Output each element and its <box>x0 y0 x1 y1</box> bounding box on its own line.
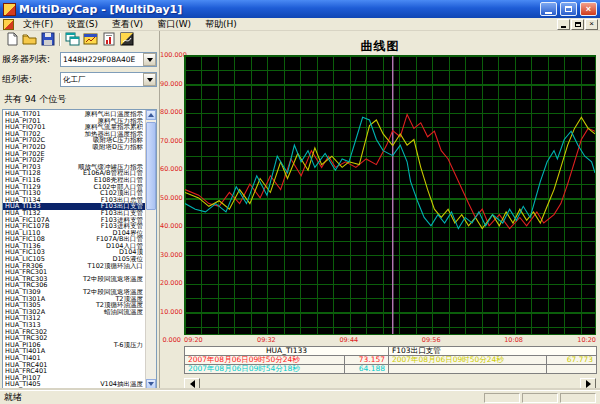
signal-desc: D104顶 <box>45 249 143 256</box>
x-tick-label: 10:20 <box>577 336 596 344</box>
new-file-button[interactable] <box>3 32 20 47</box>
signal-desc: V104抽出温度 <box>41 381 143 388</box>
cascade-windows-button[interactable] <box>64 32 81 47</box>
left-panel: 服务器列表: 1448H229F08A40E 组列表: 化工厂 共有 94 个位… <box>0 31 160 390</box>
signal-desc: 蜡油回流温度 <box>45 309 143 316</box>
menu-item-4[interactable]: 帮助(H) <box>198 18 244 31</box>
x-tick-label: 09:56 <box>422 336 441 344</box>
chart-lines-svg <box>185 56 595 334</box>
arrow-left-icon <box>190 380 195 388</box>
menu-item-0[interactable]: 文件(F) <box>16 18 60 31</box>
y-tick-label: 10.000 <box>160 308 181 316</box>
selected-tag-desc: F103出口支管 <box>389 347 597 356</box>
signal-desc: 加热器出口温度指示 <box>41 131 143 138</box>
save-button[interactable] <box>39 32 56 47</box>
horizontal-scrollbar[interactable] <box>184 377 596 390</box>
menu-item-1[interactable]: 设置(S) <box>60 18 105 31</box>
group-combobox[interactable]: 化工厂 <box>60 72 157 87</box>
app-icon <box>3 3 16 16</box>
title-bar: MultiDayCap - [MultiDay1] × <box>0 0 600 18</box>
toolbar-separator <box>59 33 61 46</box>
report-button[interactable] <box>100 32 117 47</box>
server-combobox-value: 1448H229F08A40E <box>61 55 143 64</box>
chevron-down-icon <box>147 58 153 62</box>
signal-desc: D104界位 <box>40 230 143 237</box>
group-combobox-arrow[interactable] <box>143 73 156 86</box>
toolbar <box>2 31 157 47</box>
cursor2-time: 2007年08月06日09时54分18秒 <box>185 365 345 374</box>
scroll-down-button[interactable] <box>146 379 156 389</box>
curve-style-button[interactable] <box>118 32 135 47</box>
cursor1-time: 2007年08月06日09时50分24秒 <box>185 356 345 365</box>
cursor-value-table: HUA_TI133 F103出口支管 2007年08月06日09时50分24秒 … <box>184 346 597 374</box>
signal-desc: F107A/B出口管 <box>45 236 143 243</box>
signal-desc: 顺放气缓冲罐压力指示 <box>41 164 143 171</box>
signal-list: HUA_TI701原料气出口温度指示HUA_PI701原料气压力指示HUA_FI… <box>3 110 145 389</box>
signal-desc: F103进料支管 <box>49 217 143 224</box>
chevron-down-icon <box>147 78 153 82</box>
y-tick-label: 20.000 <box>160 279 181 287</box>
signal-desc: T6入口温度 <box>41 388 143 389</box>
menu-item-3[interactable]: 窗口(W) <box>150 18 198 31</box>
plot-area[interactable] <box>184 55 596 335</box>
mdi-close-button[interactable]: × <box>585 19 598 30</box>
report-icon <box>102 32 116 46</box>
mdi-restore-button[interactable] <box>571 19 584 30</box>
restore-button[interactable] <box>560 2 577 16</box>
chart-window-button[interactable] <box>82 32 99 47</box>
arrow-up-icon <box>148 113 154 117</box>
cursor2-value2 <box>547 365 597 374</box>
close-icon: × <box>586 5 591 14</box>
server-combobox[interactable]: 1448H229F08A40E <box>60 52 157 67</box>
document-icon[interactable] <box>3 19 14 30</box>
signal-desc: D105液位 <box>45 256 143 263</box>
minimize-icon <box>545 12 552 14</box>
open-file-button[interactable] <box>21 32 38 47</box>
signal-listbox: HUA_TI701原料气出口温度指示HUA_PI701原料气压力指示HUA_FI… <box>2 109 157 390</box>
chart-title: 曲线图 <box>160 31 600 55</box>
curve-style-icon <box>120 32 134 46</box>
main-area: 服务器列表: 1448H229F08A40E 组列表: 化工厂 共有 94 个位… <box>0 31 600 390</box>
signal-desc: T-6顶压力 <box>41 342 143 349</box>
mdi-minimize-button[interactable] <box>557 19 570 30</box>
group-list-label: 组列表: <box>2 73 60 86</box>
y-tick-label: 100.000 <box>160 51 181 59</box>
y-tick-label: 50.000 <box>160 194 181 202</box>
scroll-left-button[interactable] <box>184 378 200 390</box>
selected-tag-name: HUA_TI133 <box>185 347 389 356</box>
scrollbar-track[interactable] <box>146 120 156 379</box>
signal-desc: T102顶循环油入口 <box>43 263 143 270</box>
x-tick-label: 10:08 <box>504 336 523 344</box>
signal-desc: T2中段回流返塔温度 <box>47 276 143 283</box>
scroll-right-button[interactable] <box>580 378 596 390</box>
y-tick-label: 70.000 <box>160 137 181 145</box>
signal-list-item[interactable]: HUA_TI402T6入口温度 <box>3 388 145 389</box>
table-row: 2007年08月06日09时50分24秒 73.157 2007年08月06日0… <box>185 356 597 365</box>
minimize-button[interactable] <box>540 2 557 16</box>
signal-desc: 原料气压力指示 <box>41 118 143 125</box>
menu-item-2[interactable]: 查看(V) <box>105 18 150 31</box>
signal-desc: T2顶温度 <box>45 296 143 303</box>
signal-desc: D104入口管 <box>41 243 143 250</box>
scroll-up-button[interactable] <box>146 110 156 120</box>
new-file-icon <box>5 32 19 46</box>
x-axis: 09:2009:3209:4409:5610:0810:20 <box>184 335 596 345</box>
signal-desc: 吸附塔D压力指标 <box>46 144 143 151</box>
list-vertical-scrollbar[interactable] <box>145 110 156 389</box>
y-tick-label: 30.000 <box>160 251 181 259</box>
app-window: { "window": { "title": "MultiDayCap - [M… <box>0 0 600 404</box>
server-combobox-arrow[interactable] <box>143 53 156 66</box>
signal-desc: T2顶循环油温度 <box>41 302 143 309</box>
server-list-label: 服务器列表: <box>2 53 60 66</box>
plot-zone: 100.00090.00080.00070.00060.00050.00040.… <box>184 55 596 335</box>
status-panel <box>484 393 520 403</box>
cursor1-value2: 67.773 <box>547 356 597 365</box>
scrollbar-thumb[interactable] <box>146 122 156 210</box>
signal-desc: F103出口支管 <box>41 210 143 217</box>
x-tick-label: 09:20 <box>184 336 203 344</box>
open-file-icon <box>22 32 37 46</box>
status-panel <box>522 393 558 403</box>
group-field-row: 组列表: 化工厂 <box>2 72 157 87</box>
cursor2-value: 64.188 <box>345 365 389 374</box>
close-button[interactable]: × <box>580 2 597 16</box>
